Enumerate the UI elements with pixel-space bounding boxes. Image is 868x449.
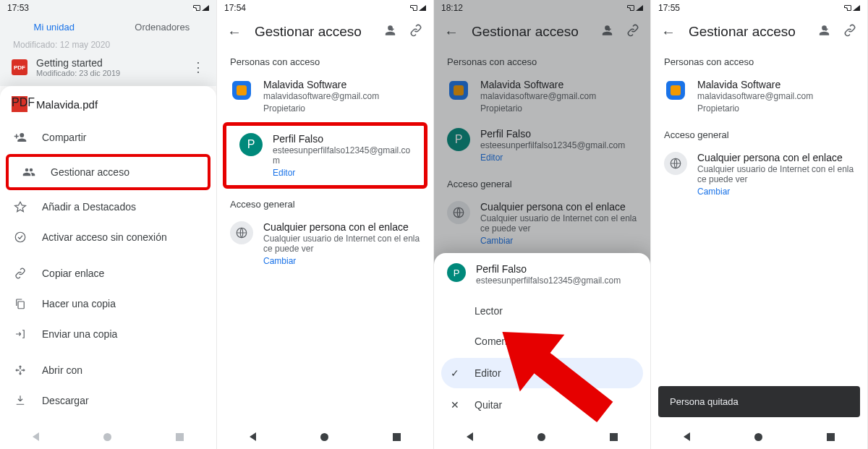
action-offline[interactable]: Activar acceso sin conexión	[0, 222, 216, 252]
nav-back-icon[interactable]	[33, 432, 39, 441]
file-subtitle: Modificado: 23 dic 2019	[36, 69, 120, 77]
status-icons	[193, 5, 209, 11]
snackbar: Persona quitada	[658, 386, 860, 417]
sheet-header: PDF Malavida.pdf	[0, 86, 216, 122]
status-icons	[410, 5, 426, 11]
nav-recents-icon[interactable]	[176, 433, 184, 441]
add-person-icon[interactable]	[815, 23, 830, 40]
file-row-previous-subtitle: Modificado: 12 may 2020	[0, 38, 216, 51]
nav-back-icon[interactable]	[250, 432, 256, 441]
action-manage-access-label: Gestionar acceso	[51, 166, 129, 178]
action-manage-access[interactable]: Gestionar acceso	[9, 157, 208, 187]
link-icon[interactable]	[843, 23, 857, 40]
android-nav-bar	[651, 424, 867, 449]
avatar-guest: P	[239, 133, 263, 156]
general-access-row[interactable]: Cualquier persona con el enlace Cualquie…	[651, 145, 867, 204]
tab-computers[interactable]: Ordenadores	[109, 22, 217, 33]
back-icon[interactable]: ←	[661, 24, 676, 40]
section-people-label: Personas con acceso	[651, 48, 867, 72]
action-copy-link[interactable]: Copiar enlace	[0, 258, 216, 288]
action-download-label: Descargar	[42, 395, 89, 406]
file-more-icon[interactable]: ⋮	[192, 59, 205, 75]
role-remove-label: Quitar	[475, 399, 502, 411]
link-access-desc: Cualquier usuario de Internet con el enl…	[263, 234, 420, 254]
action-open-with[interactable]: Abrir con	[0, 355, 216, 385]
screen-1-file-actions: 17:53 Mi unidad Ordenadores Modificado: …	[0, 0, 217, 449]
action-copy-link-label: Copiar enlace	[42, 268, 104, 279]
owner-role: Propietario	[697, 103, 813, 114]
close-icon: ✕	[448, 399, 461, 411]
owner-role: Propietario	[263, 103, 379, 114]
guest-role[interactable]: Editor	[273, 168, 411, 178]
people-icon	[22, 166, 36, 179]
link-access-title: Cualquier persona con el enlace	[263, 221, 420, 233]
back-icon[interactable]: ←	[227, 24, 242, 40]
link-access-change[interactable]: Cambiar	[263, 256, 420, 266]
link-access-change[interactable]: Cambiar	[697, 187, 854, 197]
person-owner[interactable]: Malavida Software malavidasoftware@gmail…	[651, 72, 867, 121]
snackbar-text: Persona quitada	[670, 396, 739, 407]
file-actions-bottom-sheet: PDF Malavida.pdf Compartir Gestionar acc…	[0, 86, 216, 449]
nav-home-icon[interactable]	[320, 433, 328, 441]
page-title: Gestionar acceso	[255, 24, 368, 40]
nav-back-icon[interactable]	[684, 432, 690, 441]
status-bar: 17:55	[651, 0, 867, 16]
copy-icon	[13, 297, 27, 310]
guest-email: esteesunperfilfalso12345@gmail.com	[273, 145, 411, 166]
globe-icon	[230, 221, 253, 244]
tab-my-drive[interactable]: Mi unidad	[0, 22, 109, 33]
app-bar: ← Gestionar acceso	[217, 16, 433, 48]
nav-recents-icon[interactable]	[827, 433, 835, 441]
action-share-label: Compartir	[42, 132, 86, 143]
status-icons	[844, 5, 860, 11]
guest-email: esteesunperfilfalso12345@gmail.com	[476, 275, 621, 286]
owner-name: Malavida Software	[263, 79, 379, 90]
android-nav-bar	[217, 424, 433, 449]
role-remove[interactable]: ✕ Quitar	[434, 390, 650, 420]
file-row-getting-started[interactable]: PDF Getting started Modificado: 23 dic 2…	[0, 51, 216, 83]
status-bar: 17:54	[217, 0, 433, 16]
avatar-guest: P	[447, 263, 466, 282]
general-access-row[interactable]: Cualquier persona con el enlace Cualquie…	[217, 214, 433, 273]
star-icon	[13, 200, 27, 213]
pdf-icon: PDF	[12, 59, 27, 75]
nav-home-icon[interactable]	[103, 433, 111, 441]
action-share[interactable]: Compartir	[0, 122, 216, 153]
nav-back-icon[interactable]	[467, 432, 473, 441]
person-guest[interactable]: P Perfil Falso esteesunperfilfalso12345@…	[226, 126, 424, 185]
nav-home-icon[interactable]	[754, 433, 762, 441]
action-make-copy[interactable]: Hacer una copia	[0, 288, 216, 319]
role-commenter[interactable]: Comentador	[434, 326, 650, 356]
guest-name: Perfil Falso	[273, 133, 411, 145]
action-make-copy-label: Hacer una copia	[42, 298, 116, 309]
sheet-file-name: Malavida.pdf	[36, 98, 98, 111]
offline-icon	[13, 231, 27, 244]
section-general-label: Acceso general	[651, 121, 867, 145]
nav-recents-icon[interactable]	[610, 433, 618, 441]
globe-icon	[664, 152, 687, 175]
nav-recents-icon[interactable]	[393, 433, 401, 441]
svg-point-0	[15, 232, 25, 242]
role-commenter-label: Comentador	[475, 335, 530, 347]
action-star[interactable]: Añadir a Destacados	[0, 192, 216, 222]
drive-tabs: Mi unidad Ordenadores	[0, 16, 216, 38]
role-reader[interactable]: Lector	[434, 296, 650, 326]
person-owner[interactable]: Malavida Software malavidasoftware@gmail…	[217, 72, 433, 121]
screen-2-manage-access: 17:54 ← Gestionar acceso Personas con ac…	[217, 0, 434, 449]
role-editor-label: Editor	[475, 367, 501, 379]
owner-email: malavidasoftware@gmail.com	[263, 91, 379, 101]
owner-name: Malavida Software	[697, 79, 813, 90]
link-icon[interactable]	[409, 23, 423, 40]
send-icon	[13, 328, 27, 341]
download-icon	[13, 394, 27, 407]
nav-home-icon[interactable]	[537, 433, 545, 441]
role-picker-sheet: P Perfil Falso esteesunperfilfalso12345@…	[434, 253, 650, 424]
action-download[interactable]: Descargar	[0, 385, 216, 416]
action-send-copy[interactable]: Enviar una copia	[0, 319, 216, 349]
screen-3-role-picker: 18:12 ← Gestionar acceso Personas con ac…	[434, 0, 651, 449]
role-editor[interactable]: ✓ Editor	[441, 358, 643, 388]
screen-4-removed: 17:55 ← Gestionar acceso Personas con ac…	[651, 0, 868, 449]
file-title: Getting started	[36, 57, 120, 69]
link-icon	[13, 267, 27, 280]
add-person-icon[interactable]	[381, 23, 396, 40]
